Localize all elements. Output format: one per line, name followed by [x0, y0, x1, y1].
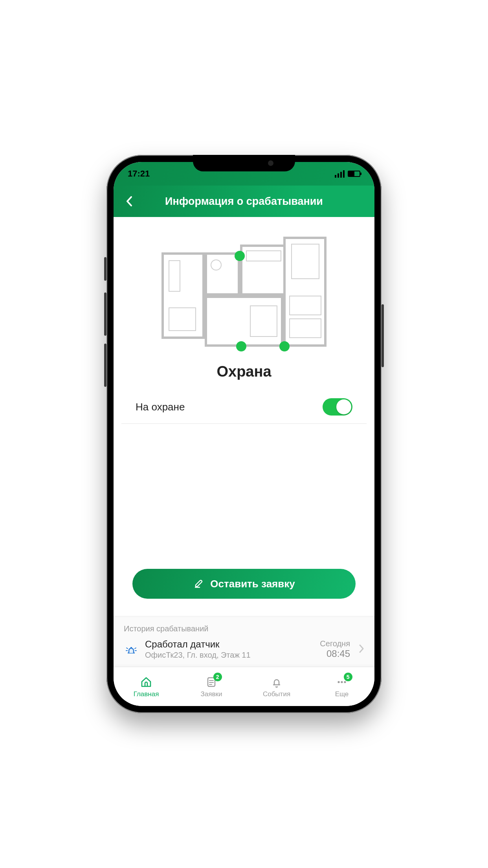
tab-requests-badge: 2 — [213, 673, 222, 681]
history-item-title: Сработал датчик — [145, 639, 314, 650]
history-title: История срабатываний — [124, 624, 364, 633]
screen: 17:21 Информация о срабатывании — [114, 162, 374, 706]
sensor-dot — [236, 341, 246, 351]
battery-icon — [348, 171, 360, 177]
content: Охрана На охране Оставить заявку История… — [114, 217, 374, 667]
side-button — [104, 344, 106, 387]
tab-requests-label: Заявки — [201, 690, 222, 698]
bell-icon — [270, 675, 283, 689]
chevron-right-icon — [359, 644, 364, 655]
tab-events[interactable]: События — [244, 667, 309, 706]
tab-events-label: События — [263, 690, 290, 698]
svg-point-2 — [341, 681, 343, 683]
side-button — [104, 292, 106, 336]
history-item-when: Сегодня 08:45 — [320, 639, 350, 659]
submit-request-label: Оставить заявку — [210, 578, 295, 590]
history-item-subtitle: ОфисТк23, Гл. вход, Этаж 11 — [145, 651, 314, 660]
arm-switch-row: На охране — [121, 398, 367, 424]
history-item-text: Сработал датчик ОфисТк23, Гл. вход, Этаж… — [145, 639, 314, 660]
section-title: Охрана — [114, 363, 374, 380]
notch — [193, 155, 295, 171]
status-indicators — [335, 170, 360, 178]
tab-bar: Главная Заявки 2 События Еще 5 — [114, 667, 374, 706]
tab-home-label: Главная — [134, 690, 159, 698]
sensor-dot — [279, 341, 290, 351]
edit-icon — [193, 578, 204, 589]
side-button — [382, 304, 384, 367]
spacer — [114, 424, 374, 569]
header-title: Информация о срабатывании — [121, 195, 367, 208]
status-time: 17:21 — [128, 169, 150, 179]
history-item-day: Сегодня — [320, 639, 350, 648]
tab-home[interactable]: Главная — [114, 667, 179, 706]
tab-more-badge: 5 — [344, 673, 352, 681]
tab-more[interactable]: Еще 5 — [309, 667, 374, 706]
sensor-dot — [235, 251, 245, 261]
arm-switch-label: На охране — [136, 401, 185, 413]
signal-icon — [335, 170, 345, 178]
tab-requests[interactable]: Заявки 2 — [179, 667, 244, 706]
floorplan-image[interactable] — [161, 237, 327, 351]
phone-frame: 17:21 Информация о срабатывании — [106, 155, 382, 713]
side-button — [104, 257, 106, 281]
arm-toggle[interactable] — [323, 398, 352, 416]
tab-more-label: Еще — [335, 690, 349, 698]
history-card: История срабатываний Сработал датчик Офи… — [114, 616, 374, 667]
floorplan-container — [114, 217, 374, 355]
svg-point-3 — [344, 681, 346, 683]
history-item-time: 08:45 — [320, 648, 350, 659]
app-header: Информация о срабатывании — [114, 186, 374, 217]
alarm-icon — [124, 642, 139, 657]
svg-point-1 — [338, 681, 339, 683]
submit-request-button[interactable]: Оставить заявку — [132, 569, 356, 599]
history-item[interactable]: Сработал датчик ОфисТк23, Гл. вход, Этаж… — [124, 639, 364, 660]
home-icon — [139, 675, 153, 689]
